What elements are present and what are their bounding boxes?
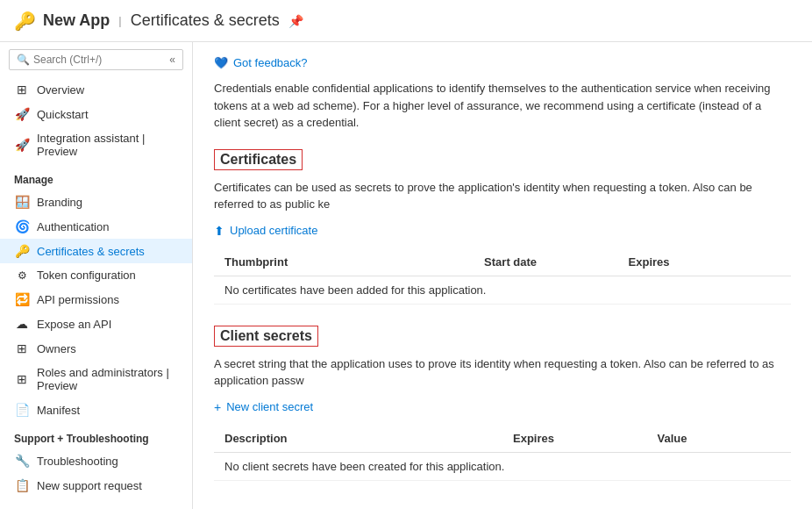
sidebar-item-label: Integration assistant | Preview bbox=[37, 132, 178, 158]
sidebar-item-expose-api[interactable]: ☁ Expose an API bbox=[0, 312, 192, 336]
expose-api-icon: ☁ bbox=[14, 317, 30, 331]
col-description: Description bbox=[214, 425, 502, 453]
sidebar-item-label: Quickstart bbox=[37, 108, 89, 121]
new-client-secret-button[interactable]: + New client secret bbox=[214, 400, 313, 414]
sidebar-item-label: Authentication bbox=[37, 220, 109, 233]
sidebar-item-owners[interactable]: ⊞ Owners bbox=[0, 336, 192, 361]
table-row: No client secrets have been created for … bbox=[214, 452, 791, 480]
header-separator: | bbox=[118, 14, 121, 27]
feedback-text: Got feedback? bbox=[233, 56, 308, 69]
app-header: 🔑 New App | Certificates & secrets 📌 bbox=[0, 0, 812, 42]
certificates-empty-message: No certificates have been added for this… bbox=[214, 276, 791, 304]
certificates-icon: 🔑 bbox=[14, 244, 30, 258]
owners-icon: ⊞ bbox=[14, 341, 30, 355]
feedback-bar[interactable]: 💙 Got feedback? bbox=[214, 56, 791, 69]
sidebar-item-label: Token configuration bbox=[37, 269, 136, 282]
collapse-button[interactable]: « bbox=[169, 54, 175, 66]
search-icon: 🔍 bbox=[17, 54, 30, 66]
client-secrets-table: Description Expires Value No client secr… bbox=[214, 425, 791, 481]
search-input[interactable] bbox=[33, 54, 169, 66]
overview-icon: ⊞ bbox=[14, 82, 30, 97]
new-client-secret-label: New client secret bbox=[226, 400, 313, 413]
quickstart-icon: 🚀 bbox=[14, 107, 30, 121]
manifest-icon: 📄 bbox=[14, 403, 30, 417]
sidebar-item-label: Manifest bbox=[37, 404, 80, 417]
client-secrets-description: A secret string that the application use… bbox=[214, 355, 791, 390]
support-icon: 📋 bbox=[14, 478, 30, 492]
search-box[interactable]: 🔍 « bbox=[9, 49, 183, 70]
client-secrets-section: Client secrets A secret string that the … bbox=[214, 326, 791, 481]
sidebar-item-label: Overview bbox=[37, 83, 84, 97]
col-expires: Expires bbox=[502, 425, 647, 453]
sidebar-item-api-permissions[interactable]: 🔁 API permissions bbox=[0, 287, 192, 312]
sidebar-item-label: Owners bbox=[37, 342, 76, 355]
sidebar-item-integration[interactable]: 🚀 Integration assistant | Preview bbox=[0, 126, 192, 163]
content-area: 💙 Got feedback? Credentials enable confi… bbox=[193, 42, 812, 509]
col-thumbprint: Thumbprint bbox=[214, 248, 474, 276]
sidebar-item-authentication[interactable]: 🌀 Authentication bbox=[0, 214, 192, 239]
sidebar-item-branding[interactable]: 🪟 Branding bbox=[0, 190, 192, 214]
certificates-section-title: Certificates bbox=[214, 149, 303, 170]
plus-icon: + bbox=[214, 400, 221, 414]
sidebar-item-troubleshooting[interactable]: 🔧 Troubleshooting bbox=[0, 448, 192, 473]
app-icon: 🔑 bbox=[14, 11, 36, 32]
sidebar-item-label: Expose an API bbox=[37, 318, 111, 331]
certificates-table: Thumbprint Start date Expires No certifi… bbox=[214, 248, 791, 305]
app-name: New App bbox=[43, 11, 110, 30]
sidebar: 🔍 « ⊞ Overview 🚀 Quickstart 🚀 Integratio… bbox=[0, 42, 193, 509]
col-value: Value bbox=[647, 425, 792, 453]
heart-icon: 💙 bbox=[214, 56, 228, 69]
secrets-empty-message: No client secrets have been created for … bbox=[214, 452, 791, 480]
sidebar-item-roles[interactable]: ⊞ Roles and administrators | Preview bbox=[0, 361, 192, 398]
roles-icon: ⊞ bbox=[14, 372, 30, 386]
page-title: Certificates & secrets bbox=[131, 11, 280, 30]
sidebar-item-label: Roles and administrators | Preview bbox=[37, 366, 178, 392]
sidebar-item-manifest[interactable]: 📄 Manifest bbox=[0, 398, 192, 422]
sidebar-item-label: New support request bbox=[37, 479, 142, 492]
col-expires: Expires bbox=[618, 248, 791, 276]
sidebar-item-certificates[interactable]: 🔑 Certificates & secrets bbox=[0, 239, 192, 263]
upload-certificate-button[interactable]: ⬆ Upload certificate bbox=[214, 224, 317, 238]
sidebar-item-label: Certificates & secrets bbox=[37, 245, 145, 258]
upload-certificate-label: Upload certificate bbox=[230, 224, 317, 237]
main-layout: 🔍 « ⊞ Overview 🚀 Quickstart 🚀 Integratio… bbox=[0, 42, 812, 509]
sidebar-item-quickstart[interactable]: 🚀 Quickstart bbox=[0, 102, 192, 126]
upload-icon: ⬆ bbox=[214, 224, 224, 238]
integration-icon: 🚀 bbox=[14, 138, 30, 152]
troubleshooting-icon: 🔧 bbox=[14, 454, 30, 468]
certificates-section: Certificates Certificates can be used as… bbox=[214, 149, 791, 305]
api-permissions-icon: 🔁 bbox=[14, 292, 30, 306]
sidebar-item-label: Troubleshooting bbox=[37, 455, 118, 468]
main-description: Credentials enable confidential applicat… bbox=[214, 80, 791, 132]
manage-section-header: Manage bbox=[0, 163, 192, 190]
certificates-description: Certificates can be used as secrets to p… bbox=[214, 179, 791, 213]
table-row: No certificates have been added for this… bbox=[214, 276, 791, 304]
client-secrets-section-title: Client secrets bbox=[214, 326, 318, 347]
pin-icon[interactable]: 📌 bbox=[288, 14, 303, 28]
sidebar-item-label: Branding bbox=[37, 196, 82, 209]
token-icon: ⚙ bbox=[14, 269, 30, 282]
sidebar-item-label: API permissions bbox=[37, 293, 119, 306]
support-section-header: Support + Troubleshooting bbox=[0, 422, 192, 448]
sidebar-item-support-request[interactable]: 📋 New support request bbox=[0, 473, 192, 498]
branding-icon: 🪟 bbox=[14, 195, 30, 209]
sidebar-item-overview[interactable]: ⊞ Overview bbox=[0, 77, 192, 102]
sidebar-item-token[interactable]: ⚙ Token configuration bbox=[0, 263, 192, 287]
col-startdate: Start date bbox=[474, 248, 618, 276]
authentication-icon: 🌀 bbox=[14, 219, 30, 233]
